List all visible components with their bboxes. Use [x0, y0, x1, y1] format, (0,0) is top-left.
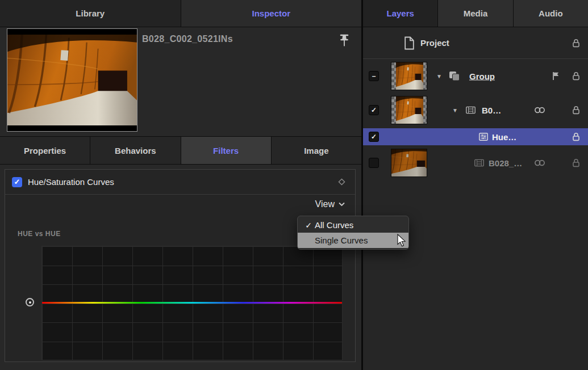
library-inspector-tabbar: Library Inspector — [0, 0, 361, 27]
layer-row-clip-b0[interactable]: ✓ ▼ B0… — [363, 93, 588, 127]
filters-pane: ✓ Hue/Saturation Curves View — [0, 165, 361, 370]
project-row[interactable]: Project — [363, 27, 588, 59]
project-document-icon — [404, 36, 415, 50]
disclosure-triangle[interactable]: ▼ — [452, 107, 458, 113]
link-icon — [534, 107, 545, 114]
menu-item-single-curves[interactable]: Single Curves — [298, 233, 408, 248]
filter-header: ✓ Hue/Saturation Curves — [5, 170, 355, 194]
clip-b0-label[interactable]: B0… — [482, 106, 501, 115]
tab-behaviors[interactable]: Behaviors — [90, 137, 181, 164]
keyframe-diamond-icon[interactable] — [337, 178, 346, 186]
tab-filters[interactable]: Filters — [181, 137, 272, 164]
checkmark-glyph: ✓ — [371, 106, 377, 114]
tab-layers-label: Layers — [386, 9, 414, 18]
menu-item-all-curves[interactable]: ✓ All Curves — [298, 217, 408, 233]
tab-image-label: Image — [304, 146, 328, 155]
filter-activation-checkbox[interactable]: ✓ — [369, 132, 379, 142]
film-clip-icon — [474, 159, 484, 167]
tab-audio[interactable]: Audio — [514, 0, 588, 27]
menu-item-all-curves-label: All Curves — [315, 220, 353, 230]
chevron-down-icon — [339, 202, 345, 207]
hue-curve-line[interactable] — [42, 302, 342, 304]
filter-header-divider — [5, 194, 355, 195]
curve-select-radio[interactable] — [26, 298, 34, 306]
tab-library[interactable]: Library — [0, 0, 181, 27]
lock-icon[interactable] — [572, 39, 580, 48]
lock-icon[interactable] — [572, 106, 580, 115]
view-dropdown-label: View — [315, 199, 335, 209]
tab-filters-label: Filters — [213, 146, 239, 155]
inspector-panel: Library Inspector B028_C002_0521INs — [0, 0, 361, 370]
layer-row-group[interactable]: – ▼ Group — [363, 59, 588, 93]
tab-inspector[interactable]: Inspector — [181, 0, 362, 27]
filter-icon — [479, 133, 488, 141]
inspector-tabbar: Properties Behaviors Filters Image — [0, 136, 361, 165]
checkmark-glyph: ✓ — [14, 178, 20, 186]
checkmark-glyph: ✓ — [371, 133, 377, 141]
hue-filter-label[interactable]: Hue… — [492, 132, 516, 142]
group-label[interactable]: Group — [469, 72, 495, 81]
tab-image[interactable]: Image — [272, 137, 361, 164]
tab-properties-label: Properties — [24, 146, 66, 155]
tab-audio-label: Audio — [539, 9, 563, 18]
inspector-header: B028_C002_0521INs — [0, 27, 361, 136]
tab-behaviors-label: Behaviors — [115, 146, 156, 155]
tab-layers[interactable]: Layers — [363, 0, 438, 27]
clip-b028-label[interactable]: B028_… — [489, 158, 522, 168]
menu-checkmark: ✓ — [302, 221, 315, 230]
link-icon — [534, 159, 545, 167]
lock-icon[interactable] — [572, 72, 580, 81]
mixed-glyph: – — [372, 72, 376, 80]
tab-library-label: Library — [76, 9, 105, 18]
disclosure-triangle[interactable]: ▼ — [436, 73, 442, 79]
view-dropdown-button[interactable]: View — [315, 199, 345, 209]
filter-title: Hue/Saturation Curves — [28, 177, 114, 187]
group-icon — [449, 71, 460, 81]
hue-vs-hue-graph[interactable] — [41, 246, 343, 360]
menu-item-single-curves-label: Single Curves — [315, 236, 368, 245]
layers-media-audio-tabbar: Layers Media Audio — [363, 0, 588, 27]
pin-icon — [338, 33, 351, 50]
clip-activation-checkbox-unchecked[interactable] — [369, 158, 379, 168]
lock-icon[interactable] — [572, 158, 580, 167]
clip-preview-thumbnail — [7, 28, 137, 132]
layers-panel: Layers Media Audio Project — [363, 0, 588, 370]
filter-enable-checkbox[interactable]: ✓ — [12, 177, 22, 187]
clip-thumbnail[interactable] — [391, 96, 427, 124]
project-label: Project — [420, 38, 449, 48]
pin-button[interactable] — [334, 31, 355, 52]
lock-icon[interactable] — [572, 132, 580, 141]
curve-section-label: HUE vs HUE — [18, 230, 61, 238]
clip-thumbnail[interactable] — [391, 149, 427, 177]
tab-inspector-label: Inspector — [252, 9, 290, 18]
tunnel-image — [7, 35, 137, 125]
group-thumbnail[interactable] — [391, 62, 427, 90]
group-activation-checkbox[interactable]: – — [369, 71, 379, 81]
layer-row-hue-filter-selected[interactable]: ✓ Hue… — [363, 128, 588, 145]
tab-properties[interactable]: Properties — [0, 137, 90, 164]
layer-row-clip-b028[interactable]: B028_… — [363, 146, 588, 179]
tab-media[interactable]: Media — [438, 0, 513, 27]
clip-activation-checkbox[interactable]: ✓ — [369, 105, 379, 115]
tab-media-label: Media — [464, 9, 488, 18]
view-dropdown-menu: ✓ All Curves Single Curves — [297, 216, 409, 250]
flag-icon — [552, 72, 560, 81]
film-clip-icon — [466, 107, 476, 114]
motion-window: Library Inspector B028_C002_0521INs — [0, 0, 588, 370]
hue-saturation-curves-filter: ✓ Hue/Saturation Curves View — [5, 169, 356, 362]
clip-title: B028_C002_0521INs — [142, 34, 233, 44]
